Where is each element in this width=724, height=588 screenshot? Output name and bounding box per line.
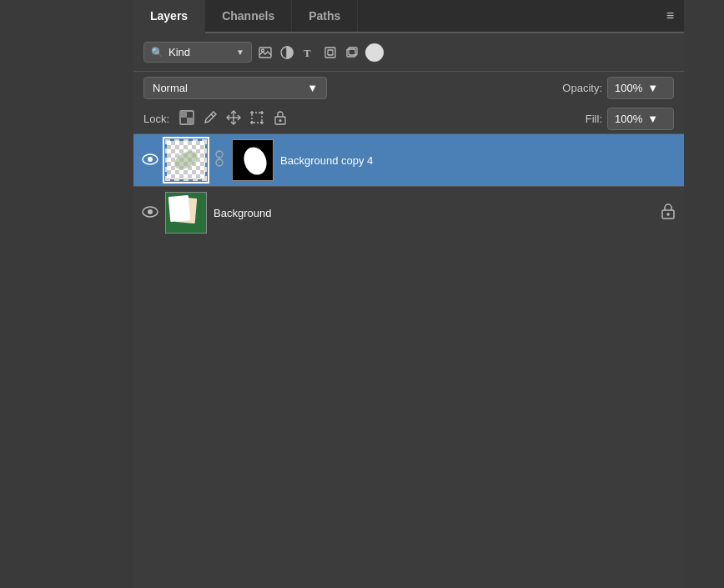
layer-thumbnail	[165, 139, 207, 181]
panel-menu-button[interactable]: ≡	[656, 0, 684, 32]
svg-point-26	[148, 157, 153, 162]
shape-filter-icon[interactable]	[324, 46, 337, 59]
layer-locked-icon	[661, 203, 676, 223]
svg-rect-5	[328, 50, 333, 55]
svg-line-11	[211, 114, 214, 117]
svg-rect-10	[187, 118, 194, 124]
svg-rect-9	[180, 111, 187, 118]
lock-image-pixels-icon[interactable]	[203, 110, 218, 128]
text-filter-icon[interactable]: T	[302, 46, 315, 59]
lock-label: Lock:	[143, 113, 169, 125]
layer-thumbnail	[165, 192, 207, 234]
chain-link-icon	[214, 150, 225, 171]
blend-row: Normal ▼ Opacity: 100% ▼	[133, 72, 684, 104]
svg-point-27	[216, 151, 223, 158]
visibility-toggle-icon[interactable]	[142, 204, 158, 222]
opacity-dropdown[interactable]: 100% ▼	[607, 77, 674, 99]
filter-bar: 🔍 Kind ▼	[133, 33, 684, 71]
layer-name: Background copy 4	[280, 154, 676, 167]
right-sidebar	[684, 0, 724, 588]
visibility-toggle-icon[interactable]	[142, 152, 158, 169]
layer-name: Background	[214, 207, 654, 219]
search-icon: 🔍	[151, 47, 163, 58]
fill-dropdown[interactable]: 100% ▼	[607, 108, 674, 130]
tab-channels[interactable]: Channels	[205, 0, 292, 32]
svg-point-24	[279, 119, 282, 122]
layers-panel: Layers Channels Paths ≡ 🔍 Kind ▼	[133, 0, 684, 588]
opacity-label: Opacity:	[562, 82, 602, 94]
lock-row: Lock:	[133, 104, 684, 133]
lock-icons	[179, 110, 288, 128]
layer-mask-thumbnail	[232, 139, 274, 181]
fill-chevron-icon: ▼	[647, 113, 658, 125]
adjustment-filter-icon[interactable]	[280, 46, 294, 59]
svg-rect-14	[252, 113, 262, 123]
tab-layers[interactable]: Layers	[133, 0, 205, 33]
svg-text:T: T	[304, 47, 311, 59]
kind-dropdown[interactable]: 🔍 Kind ▼	[143, 42, 252, 63]
opacity-chevron-icon: ▼	[647, 82, 658, 94]
svg-point-33	[666, 213, 670, 216]
smart-filter-icon[interactable]	[345, 46, 359, 59]
svg-rect-4	[325, 48, 335, 58]
fill-group: Fill: 100% ▼	[586, 108, 674, 130]
opacity-group: Opacity: 100% ▼	[562, 77, 674, 99]
blend-chevron-icon: ▼	[307, 82, 318, 94]
filter-toggle[interactable]	[365, 43, 384, 62]
kind-chevron-icon: ▼	[236, 48, 244, 57]
lock-position-icon[interactable]	[226, 110, 241, 128]
svg-point-1	[262, 49, 264, 52]
svg-point-28	[216, 159, 223, 166]
layer-item[interactable]: Background	[133, 187, 684, 239]
layer-item[interactable]: Background copy 4	[133, 134, 684, 186]
svg-point-31	[148, 209, 153, 214]
image-filter-icon[interactable]	[259, 46, 272, 59]
lock-artboard-icon[interactable]	[249, 110, 264, 128]
fill-label: Fill:	[586, 113, 602, 125]
layers-list: Background copy 4 Background	[133, 134, 684, 588]
tab-paths[interactable]: Paths	[292, 0, 358, 32]
left-sidebar	[0, 0, 133, 588]
lock-transparent-pixels-icon[interactable]	[179, 110, 194, 128]
lock-all-icon[interactable]	[273, 110, 288, 128]
blend-mode-dropdown[interactable]: Normal ▼	[143, 77, 327, 99]
filter-icons: T	[259, 46, 359, 59]
tabs-bar: Layers Channels Paths ≡	[133, 0, 684, 33]
